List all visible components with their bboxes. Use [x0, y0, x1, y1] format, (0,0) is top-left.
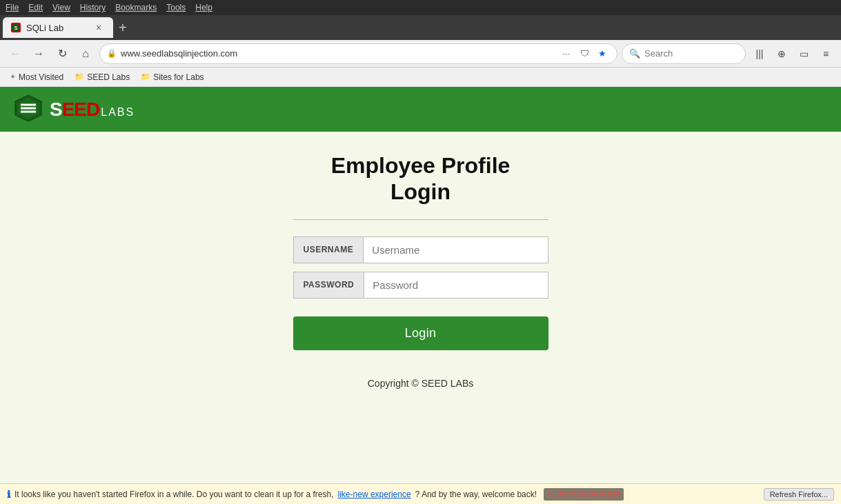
copyright-text: Copyright © SEED LABs — [368, 378, 474, 389]
login-form: USERNAME PASSWORD Login — [293, 236, 548, 350]
password-input[interactable] — [364, 272, 547, 298]
library-button[interactable]: ||| — [750, 44, 769, 63]
bookmark-sites-for-labs[interactable]: 📁 Sites for Labs — [137, 71, 208, 83]
lock-icon: 🔒 — [107, 49, 117, 58]
username-label: USERNAME — [294, 237, 364, 263]
sites-for-labs-label: Sites for Labs — [153, 72, 204, 82]
address-icons: ··· 🛡 ★ — [559, 46, 610, 61]
username-input[interactable] — [364, 237, 547, 263]
tab-title: SQLi Lab — [26, 23, 87, 33]
menu-view[interactable]: View — [52, 3, 70, 12]
menu-history[interactable]: History — [80, 3, 106, 12]
logo-labs-text: LABS — [101, 106, 135, 119]
star-button[interactable]: ★ — [595, 46, 610, 61]
nav-bar: ← → ↻ ⌂ 🔒 ··· 🛡 ★ 🔍 ||| ⊕ ▭ ≡ — [0, 40, 841, 68]
password-row: PASSWORD — [293, 272, 548, 299]
nav-right-buttons: ||| ⊕ ▭ ≡ — [750, 44, 835, 63]
star-icon: ✦ — [10, 72, 16, 81]
menu-file[interactable]: File — [6, 3, 19, 12]
tab-bar: S SQLi Lab × + — [0, 15, 841, 40]
folder-icon: 📁 — [75, 72, 84, 81]
shield-button[interactable]: 🛡 — [577, 46, 592, 61]
logo-seed-text: SEED — [50, 99, 99, 121]
folder-icon-2: 📁 — [141, 72, 150, 81]
bookmark-seed-labs[interactable]: 📁 SEED Labs — [70, 71, 134, 83]
menu-edit[interactable]: Edit — [28, 3, 43, 12]
seed-shield-logo — [14, 94, 43, 123]
new-tab-button[interactable]: + — [113, 17, 132, 38]
login-button[interactable]: Login — [293, 316, 548, 350]
search-icon: 🔍 — [629, 48, 640, 59]
search-bar: 🔍 — [622, 43, 746, 64]
tab-favicon: S — [11, 23, 21, 32]
more-options-button[interactable]: ··· — [559, 46, 574, 61]
back-button[interactable]: ← — [6, 44, 25, 63]
seed-logo: SEED LABS — [14, 94, 135, 125]
forward-button[interactable]: → — [29, 44, 48, 63]
address-bar: 🔒 ··· 🛡 ★ — [99, 43, 617, 64]
menu-button[interactable]: ≡ — [816, 44, 835, 63]
bookmark-most-visited[interactable]: ✦ Most Visited — [6, 71, 68, 83]
svg-text:S: S — [14, 26, 18, 30]
login-title: Employee Profile Login — [331, 152, 511, 205]
seed-labs-label: SEED Labs — [87, 72, 130, 82]
menu-tools[interactable]: Tools — [166, 3, 186, 12]
password-label: PASSWORD — [294, 272, 365, 298]
search-input[interactable] — [644, 48, 727, 59]
tab-close-button[interactable]: × — [92, 21, 105, 34]
reload-button[interactable]: ↻ — [52, 44, 72, 63]
home-button[interactable]: ⌂ — [76, 44, 95, 63]
menu-bar: File Edit View History Bookmarks Tools H… — [0, 0, 841, 15]
menu-bookmarks[interactable]: Bookmarks — [115, 3, 157, 12]
active-tab[interactable]: S SQLi Lab × — [3, 17, 113, 38]
login-divider — [293, 219, 548, 220]
synced-tabs-button[interactable]: ⊕ — [772, 44, 791, 63]
site-header: SEED LABS — [0, 87, 841, 132]
bookmarks-bar: ✦ Most Visited 📁 SEED Labs 📁 Sites for L… — [0, 68, 841, 87]
address-input[interactable] — [121, 48, 555, 59]
browser-content: SEED LABS Employee Profile Login USERNAM… — [0, 87, 841, 483]
username-row: USERNAME — [293, 236, 548, 263]
menu-help[interactable]: Help — [195, 3, 212, 12]
most-visited-label: Most Visited — [19, 72, 63, 82]
logo-text: SEED LABS — [50, 99, 135, 121]
sidebar-button[interactable]: ▭ — [794, 44, 813, 63]
page-content: Employee Profile Login USERNAME PASSWORD… — [0, 132, 841, 483]
